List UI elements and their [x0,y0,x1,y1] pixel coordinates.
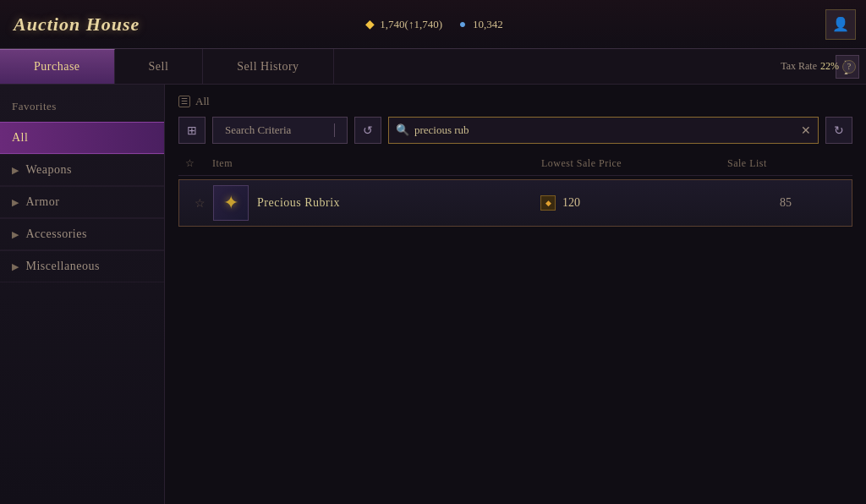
item-icon: ✦ [213,185,249,221]
sidebar-item-all[interactable]: All [0,122,164,154]
blue-currency-icon: ● [456,18,469,31]
col-header-item: Item [212,157,541,170]
main-layout: Favorites All ▶ Weapons ▶ Armor ▶ Access… [0,85,866,504]
item-icon-star: ✦ [223,192,238,214]
tax-rate-value: 22% [820,60,839,73]
search-clear-button[interactable]: ✕ [801,123,811,138]
sidebar: Favorites All ▶ Weapons ▶ Armor ▶ Access… [0,85,165,504]
expand-icon-weapons: ▶ [12,165,19,176]
table-row[interactable]: ☆ ✦ Precious Rubrix ◆ 120 85 [178,179,852,227]
row-sale-list-cell: 85 [726,196,845,210]
star-icon: ☆ [195,196,206,211]
expand-icon-accessories: ▶ [12,229,19,240]
sidebar-item-weapons[interactable]: ▶ Weapons [0,154,164,186]
sidebar-item-accessories[interactable]: ▶ Accessories [0,218,164,250]
tabs-bar: Purchase Sell Sell History ❯ Tax Rate 22… [0,49,866,85]
tab-purchase[interactable]: Purchase [0,49,115,84]
expand-icon-miscellaneous: ▶ [12,261,19,272]
tax-help-button[interactable]: ? [842,60,856,74]
price-value: 120 [562,196,580,210]
content-area: ☰ All ⊞ Search Criteria ↺ 🔍 ✕ ↻ [165,85,866,504]
profile-icon: 👤 [832,16,849,32]
reset-button[interactable]: ↺ [354,117,381,144]
tab-sell-history[interactable]: Sell History [203,49,333,84]
reset-icon: ↺ [363,123,373,138]
search-input-wrap: 🔍 ✕ [388,117,819,144]
search-row: ⊞ Search Criteria ↺ 🔍 ✕ ↻ [178,117,852,144]
col-header-price: Lowest Sale Price [541,157,727,170]
filter-icon: ⊞ [187,123,197,138]
table-header: ☆ Item Lowest Sale Price Sale List [178,152,852,176]
item-name: Precious Rubrix [257,196,340,210]
expand-icon-armor: ▶ [12,197,19,208]
search-icon: 🔍 [396,123,409,137]
currency-gold: ◆ 1,740(↑1,740) [363,18,442,31]
currency-blue: ● 10,342 [456,18,503,31]
search-input[interactable] [414,123,796,137]
col-header-sale: Sale List [727,157,846,170]
search-criteria-label: Search Criteria [225,123,291,137]
filter-button[interactable]: ⊞ [178,117,206,144]
sale-list-value: 85 [780,196,792,209]
row-price-cell: ◆ 120 [540,195,726,211]
refresh-icon: ↻ [834,123,844,138]
app-title: Auction House [14,14,140,36]
breadcrumb-label: All [195,95,210,108]
currency-display: ◆ 1,740(↑1,740) ● 10,342 [363,18,502,31]
row-item-cell: ✦ Precious Rubrix [213,185,540,221]
tab-sell[interactable]: Sell [115,49,204,84]
sidebar-item-miscellaneous[interactable]: ▶ Miscellaneous [0,250,164,282]
gold-icon: ◆ [363,18,376,31]
sidebar-favorites[interactable]: Favorites [0,91,164,122]
tax-rate-display: Tax Rate 22% ? [781,60,856,74]
row-star-button[interactable]: ☆ [186,196,213,211]
profile-button[interactable]: 👤 [825,9,856,40]
search-criteria-button[interactable]: Search Criteria [212,117,348,144]
header: Auction House ◆ 1,740(↑1,740) ● 10,342 👤 [0,0,866,49]
blue-amount: 10,342 [473,18,503,31]
breadcrumb-icon: ☰ [178,96,190,107]
price-currency-icon: ◆ [540,195,556,211]
breadcrumb: ☰ All [178,95,852,108]
search-refresh-button[interactable]: ↻ [825,117,852,144]
criteria-divider [334,123,335,137]
gold-amount: 1,740(↑1,740) [380,18,442,31]
sidebar-item-armor[interactable]: ▶ Armor [0,186,164,218]
col-header-star: ☆ [185,157,212,170]
